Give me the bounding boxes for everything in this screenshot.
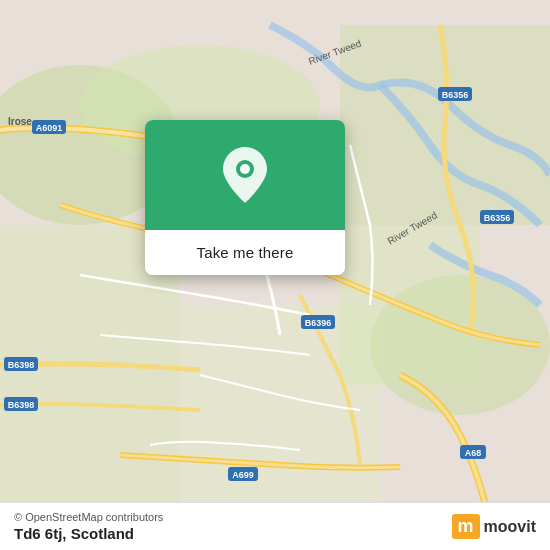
popup-green-area (145, 120, 345, 230)
svg-rect-7 (340, 225, 480, 385)
svg-text:B6356: B6356 (484, 213, 511, 223)
svg-text:B6398: B6398 (8, 400, 35, 410)
svg-text:A699: A699 (232, 470, 254, 480)
moovit-logo: m moovit (452, 514, 536, 539)
location-label: Td6 6tj, Scotland (14, 525, 163, 542)
location-pin-icon (219, 149, 271, 201)
svg-text:B6356: B6356 (442, 90, 469, 100)
bottom-bar: © OpenStreetMap contributors Td6 6tj, Sc… (0, 502, 550, 550)
osm-credit: © OpenStreetMap contributors (14, 511, 163, 523)
map-container: River Tweed River Tweed A609 (0, 0, 550, 550)
popup-card: Take me there (145, 120, 345, 275)
svg-text:A6091: A6091 (36, 123, 63, 133)
svg-text:B6396: B6396 (305, 318, 332, 328)
svg-text:lrose: lrose (8, 116, 32, 127)
take-me-there-button[interactable]: Take me there (145, 230, 345, 275)
svg-text:A68: A68 (465, 448, 482, 458)
bottom-info: © OpenStreetMap contributors Td6 6tj, Sc… (14, 511, 163, 542)
moovit-m-icon: m (452, 514, 480, 539)
svg-text:B6398: B6398 (8, 360, 35, 370)
svg-point-28 (240, 164, 250, 174)
moovit-text: moovit (484, 518, 536, 536)
